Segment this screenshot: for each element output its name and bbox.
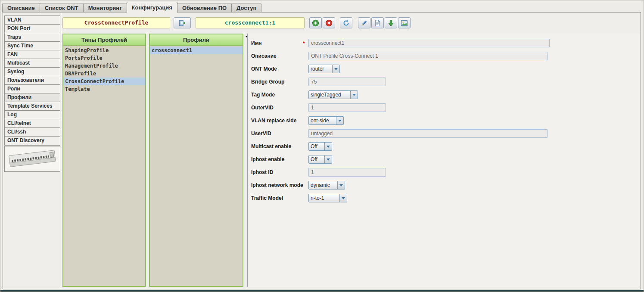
main-frame: VLANPON PortTrapsSync TimeFANMulticastSy… bbox=[3, 12, 641, 289]
device-image-box bbox=[4, 146, 60, 172]
chevron-down-icon[interactable] bbox=[324, 143, 332, 150]
combo-iphost-network-mode[interactable]: dynamic bbox=[308, 181, 345, 189]
sidebar-item-multicast[interactable]: Multicast bbox=[5, 59, 60, 68]
form-row-имя: Имя* bbox=[248, 39, 640, 47]
field-label-имя: Имя bbox=[251, 39, 262, 47]
copy-profile-button[interactable] bbox=[371, 17, 384, 28]
form-row-multicast-enable: Multicast enableOff bbox=[248, 142, 640, 151]
chevron-down-icon[interactable] bbox=[350, 91, 358, 99]
profile-types-panel: Типы Профилей ShapingProfilePortsProfile… bbox=[62, 34, 146, 287]
tab-описание[interactable]: Описание bbox=[2, 3, 40, 12]
sidebar-item-syslog[interactable]: Syslog bbox=[5, 68, 60, 76]
content-area: CrossConnectProfile crossconnect1:1 Типы… bbox=[61, 12, 641, 289]
chevron-down-icon[interactable] bbox=[332, 65, 339, 73]
profiles-panel: Профили crossconnect1 bbox=[149, 34, 243, 287]
sidebar-item-роли[interactable]: Роли bbox=[5, 85, 60, 93]
field-label-outervid: OuterVID bbox=[251, 103, 274, 112]
chevron-down-icon[interactable] bbox=[336, 117, 343, 124]
profiles-panel-title: Профили bbox=[150, 34, 243, 46]
pencil-icon bbox=[361, 19, 368, 27]
field-label-ont-mode: ONT Mode bbox=[251, 65, 277, 73]
list-item-crossconnectprofile[interactable]: CrossConnectProfile bbox=[63, 78, 145, 85]
profile-form: Имя*ОписаниеONT ModerouterBridge GroupTa… bbox=[247, 34, 640, 287]
field-label-iphost-id: Iphost ID bbox=[251, 168, 273, 177]
tab-список-ont[interactable]: Список ONT bbox=[40, 3, 84, 12]
combo-value-iphost-network-mode: dynamic bbox=[309, 181, 337, 189]
tab-мониторинг[interactable]: Мониторинг bbox=[83, 3, 127, 12]
sidebar-item-cli-ssh[interactable]: CLI/ssh bbox=[5, 128, 60, 137]
sidebar-item-cli-telnet[interactable]: CLI/telnet bbox=[5, 119, 60, 128]
sidebar-item-пользователи[interactable]: Пользователи bbox=[5, 76, 60, 85]
required-asterisk: * bbox=[303, 39, 305, 48]
field-label-uservid: UserVID bbox=[251, 129, 271, 138]
input-iphost-id[interactable] bbox=[308, 168, 386, 177]
list-item-shapingprofile[interactable]: ShapingProfile bbox=[63, 47, 145, 54]
sidebar-item-sync-time[interactable]: Sync Time bbox=[5, 42, 60, 50]
tab-доступ[interactable]: Доступ bbox=[231, 3, 261, 12]
combo-multicast-enable[interactable]: Off bbox=[308, 142, 332, 151]
sidebar-item-traps[interactable]: Traps bbox=[5, 33, 60, 42]
combo-value-iphost-enable: Off bbox=[309, 155, 324, 163]
chevron-down-icon[interactable] bbox=[324, 155, 332, 163]
form-row-ont-mode: ONT Moderouter bbox=[248, 65, 640, 73]
sidebar-item-pon-port[interactable]: PON Port bbox=[5, 25, 60, 33]
chevron-down-icon[interactable] bbox=[339, 194, 347, 202]
tab-конфигурация[interactable]: Конфигурация bbox=[127, 2, 177, 13]
list-item-portsprofile[interactable]: PortsProfile bbox=[63, 54, 145, 62]
image-export-icon bbox=[401, 19, 408, 27]
combo-value-tag-mode: singleTagged bbox=[309, 91, 350, 99]
input-outervid[interactable] bbox=[308, 103, 386, 112]
form-row-traffic-model: Traffic Modeln-to-1 bbox=[248, 194, 640, 202]
add-profile-button[interactable] bbox=[309, 17, 322, 28]
profile-types-list: ShapingProfilePortsProfileManagementProf… bbox=[63, 46, 145, 286]
profiles-list: crossconnect1 bbox=[150, 46, 243, 286]
form-row-bridge-group: Bridge Group bbox=[248, 78, 640, 86]
download-to-device-button[interactable] bbox=[385, 17, 397, 28]
field-label-iphost-enable: Iphost enable bbox=[251, 155, 284, 164]
combo-vlan-replace-side[interactable]: ont-side bbox=[308, 116, 344, 125]
sidebar-item-профили[interactable]: Профили bbox=[5, 93, 60, 102]
field-label-bridge-group: Bridge Group bbox=[251, 78, 284, 86]
form-row-tag-mode: Tag ModesingleTagged bbox=[248, 90, 640, 99]
delete-profile-button[interactable] bbox=[323, 17, 335, 28]
list-item-dbaprofile[interactable]: DBAProfile bbox=[63, 70, 145, 78]
sidebar-item-log[interactable]: Log bbox=[5, 111, 60, 119]
list-item-managementprofile[interactable]: ManagementProfile bbox=[63, 62, 145, 70]
form-row-uservid: UserVID bbox=[248, 129, 640, 138]
input-описание[interactable] bbox=[308, 52, 548, 60]
input-имя[interactable] bbox=[308, 39, 550, 47]
combo-value-vlan-replace-side: ont-side bbox=[309, 117, 336, 124]
refresh-icon bbox=[342, 19, 350, 27]
edit-button[interactable] bbox=[358, 17, 370, 28]
sidebar-item-template-services[interactable]: Template Services bbox=[5, 102, 60, 111]
field-label-описание: Описание bbox=[251, 52, 277, 60]
form-row-outervid: OuterVID bbox=[248, 103, 640, 112]
refresh-button[interactable] bbox=[340, 17, 352, 28]
olt-device-image bbox=[6, 148, 59, 170]
apply-profile-button[interactable] bbox=[174, 17, 191, 28]
tab-обновление-по[interactable]: Обновление ПО bbox=[177, 3, 232, 12]
combo-iphost-enable[interactable]: Off bbox=[308, 155, 332, 164]
field-label-tag-mode: Tag Mode bbox=[251, 90, 275, 99]
splitter[interactable] bbox=[244, 34, 247, 287]
profile-type-display: CrossConnectProfile bbox=[62, 17, 170, 28]
sidebar-item-fan[interactable]: FAN bbox=[5, 50, 60, 59]
input-uservid[interactable] bbox=[308, 129, 548, 138]
list-item-crossconnect1[interactable]: crossconnect1 bbox=[150, 47, 243, 54]
sidebar: VLANPON PortTrapsSync TimeFANMulticastSy… bbox=[4, 16, 60, 146]
field-label-multicast-enable: Multicast enable bbox=[251, 142, 291, 151]
export-button[interactable] bbox=[398, 17, 411, 28]
field-label-traffic-model: Traffic Model bbox=[251, 194, 283, 202]
tab-bar: ОписаниеСписок ONTМониторингКонфигурация… bbox=[2, 2, 261, 13]
combo-traffic-model[interactable]: n-to-1 bbox=[308, 194, 347, 202]
sidebar-item-vlan[interactable]: VLAN bbox=[5, 16, 60, 25]
app-window: ОписаниеСписок ONTМониторингКонфигурация… bbox=[0, 0, 644, 292]
form-row-iphost-network-mode: Iphost network modedynamic bbox=[248, 181, 640, 189]
combo-ont-mode[interactable]: router bbox=[308, 65, 340, 73]
list-item-template[interactable]: Template bbox=[63, 85, 145, 93]
combo-tag-mode[interactable]: singleTagged bbox=[308, 90, 358, 99]
input-bridge-group[interactable] bbox=[308, 78, 386, 86]
chevron-down-icon[interactable] bbox=[337, 181, 345, 189]
x-circle-icon bbox=[325, 19, 333, 27]
sidebar-item-ont-discovery[interactable]: ONT Discovery bbox=[5, 137, 60, 145]
